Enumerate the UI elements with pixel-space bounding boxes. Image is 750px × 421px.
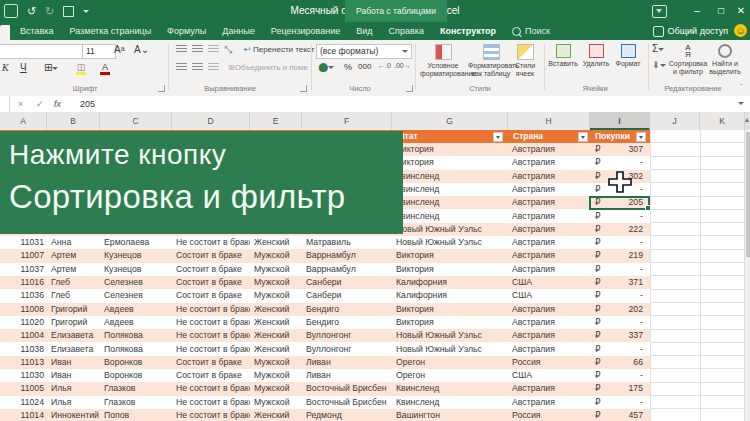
underline-icon[interactable]: Ч — [20, 62, 27, 73]
cell-last[interactable]: Селезнев — [100, 289, 172, 302]
currency-format-icon[interactable]: ⬤ — [318, 62, 334, 72]
cell-purchases[interactable]: ₽202 — [590, 303, 650, 316]
italic-icon[interactable]: К — [2, 62, 9, 73]
cell-first[interactable]: Елизавета — [47, 343, 100, 356]
cell-last[interactable]: Кузнецов — [100, 249, 172, 262]
column-header-E[interactable]: E — [250, 112, 302, 130]
shrink-font-icon[interactable]: А⌄ — [134, 44, 149, 55]
cell-state[interactable]: Виктория — [392, 303, 508, 316]
tab-design[interactable]: Конструктор — [432, 22, 504, 40]
cell-first[interactable]: Илья — [47, 382, 100, 395]
cell-city[interactable]: Матравиль — [302, 236, 392, 249]
cell-first[interactable]: Иван — [47, 356, 100, 369]
cell-first[interactable]: Глеб — [47, 289, 100, 302]
orientation-icon[interactable]: ⤡ — [224, 44, 232, 56]
cell-gender[interactable]: Женский — [250, 236, 302, 249]
cell-marital[interactable]: Не состоит в браке — [172, 316, 250, 329]
scrollbar-thumb[interactable] — [746, 132, 750, 257]
cell-city[interactable]: Восточный Брисбен — [302, 396, 392, 409]
cell-gender[interactable]: Мужской — [250, 263, 302, 276]
cell-state[interactable]: Виктория — [392, 263, 508, 276]
cell-state[interactable]: Виктория — [392, 143, 508, 156]
cell-city[interactable]: Санбери — [302, 289, 392, 302]
cell-country[interactable]: Австралия — [508, 170, 590, 183]
cell-last[interactable]: Селезнев — [100, 276, 172, 289]
cell-state[interactable]: Новый Южный Уэльс — [392, 223, 508, 236]
conditional-formatting-button[interactable]: Условное форматирование — [420, 42, 466, 84]
cell-styles-button[interactable]: Стили ячеек — [508, 42, 542, 84]
cell-country[interactable]: Австралия — [508, 396, 590, 409]
cell-state[interactable]: Новый Южный Уэльс — [392, 329, 508, 342]
cell-last[interactable]: Ермолаева — [100, 236, 172, 249]
cell-purchases[interactable]: ₽- — [590, 210, 650, 223]
cell-city[interactable]: Редмонд — [302, 409, 392, 421]
active-cell-outline[interactable] — [589, 196, 650, 210]
cell-marital[interactable]: Состоит в браке — [172, 356, 250, 369]
cell-city[interactable]: Восточный Брисбен — [302, 382, 392, 395]
cell-purchases[interactable]: ₽307 — [590, 143, 650, 156]
cell-last[interactable]: Авдеев — [100, 303, 172, 316]
cell-state[interactable]: Орегон — [392, 369, 508, 382]
column-header-A[interactable]: A — [0, 112, 47, 130]
undo-icon[interactable]: ↺ — [27, 5, 36, 18]
cell-purchases[interactable]: ₽222 — [590, 223, 650, 236]
merge-center-button[interactable]: ⊞Объединить и поместить в центре — [228, 63, 308, 72]
align-left-icon[interactable] — [176, 63, 187, 74]
align-top-icon[interactable] — [176, 45, 187, 56]
cell-country[interactable]: Австралия — [508, 303, 590, 316]
ribbon-display-options-icon[interactable] — [652, 5, 667, 18]
cell-state[interactable]: Вашингтон — [392, 409, 508, 421]
cell-id[interactable]: 11020 — [0, 316, 47, 329]
cell-state[interactable]: Виктория — [392, 316, 508, 329]
cell-marital[interactable]: Не состоит в браке — [172, 382, 250, 395]
cell-country[interactable]: Австралия — [508, 223, 590, 236]
name-box-partial[interactable] — [0, 96, 10, 112]
cell-state[interactable]: Виктория — [392, 249, 508, 262]
cell-gender[interactable]: Мужской — [250, 369, 302, 382]
cell-marital[interactable]: Не состоит в браке — [172, 396, 250, 409]
fill-icon[interactable]: ⬇ — [652, 60, 666, 70]
cell-last[interactable]: Попов — [100, 409, 172, 421]
cell-purchases[interactable]: ₽- — [590, 289, 650, 302]
delete-cells-button[interactable]: Удалить — [580, 42, 612, 84]
comma-format-icon[interactable]: 000 — [358, 62, 371, 71]
cell-last[interactable]: Полякова — [100, 329, 172, 342]
cell-marital[interactable]: Состоит в браке — [172, 249, 250, 262]
cell-country[interactable]: Австралия — [508, 143, 590, 156]
minimize-button[interactable]: – — [684, 0, 710, 22]
cell-last[interactable]: Глазков — [100, 396, 172, 409]
tab-formulas[interactable]: Формулы — [159, 22, 214, 40]
cell-country[interactable]: Австралия — [508, 343, 590, 356]
cell-marital[interactable]: Не состоит в браке — [172, 329, 250, 342]
cell-state[interactable]: Калифорния — [392, 276, 508, 289]
cell-purchases[interactable]: ₽66 — [590, 356, 650, 369]
cell-purchases[interactable]: ₽- — [590, 369, 650, 382]
column-header-B[interactable]: B — [47, 112, 100, 130]
cell-country[interactable]: Австралия — [508, 263, 590, 276]
cell-purchases[interactable]: ₽- — [590, 236, 650, 249]
cell-id[interactable]: 11036 — [0, 289, 47, 302]
cell-first[interactable]: Григорий — [47, 303, 100, 316]
cell-city[interactable]: Бендиго — [302, 316, 392, 329]
expand-formula-bar-icon[interactable] — [738, 102, 744, 105]
cell-gender[interactable]: Женский — [250, 303, 302, 316]
cell-first[interactable]: Глеб — [47, 276, 100, 289]
cell-purchases[interactable]: ₽337 — [590, 329, 650, 342]
cell-id[interactable]: 11005 — [0, 382, 47, 395]
increase-decimal-icon[interactable]: ←.0 — [378, 62, 391, 69]
cell-marital[interactable]: Не состоит в браке — [172, 236, 250, 249]
cell-id[interactable]: 11007 — [0, 249, 47, 262]
cell-state[interactable]: Квинсленд — [392, 382, 508, 395]
cell-gender[interactable]: Мужской — [250, 249, 302, 262]
column-header-H[interactable]: H — [508, 112, 590, 130]
cell-id[interactable]: 11030 — [0, 369, 47, 382]
cell-state[interactable]: Квинсленд — [392, 396, 508, 409]
formula-bar[interactable]: × ✓ fx 205 — [0, 96, 750, 113]
wrap-text-button[interactable]: ↩ Перенести текст — [244, 45, 315, 54]
filter-country-icon[interactable] — [578, 132, 588, 142]
cell-country[interactable]: Австралия — [508, 236, 590, 249]
cell-last[interactable]: Авдеев — [100, 316, 172, 329]
cell-city[interactable]: Варрнамбул — [302, 263, 392, 276]
cell-city[interactable]: Вуллонгонг — [302, 343, 392, 356]
column-header-C[interactable]: C — [100, 112, 172, 130]
